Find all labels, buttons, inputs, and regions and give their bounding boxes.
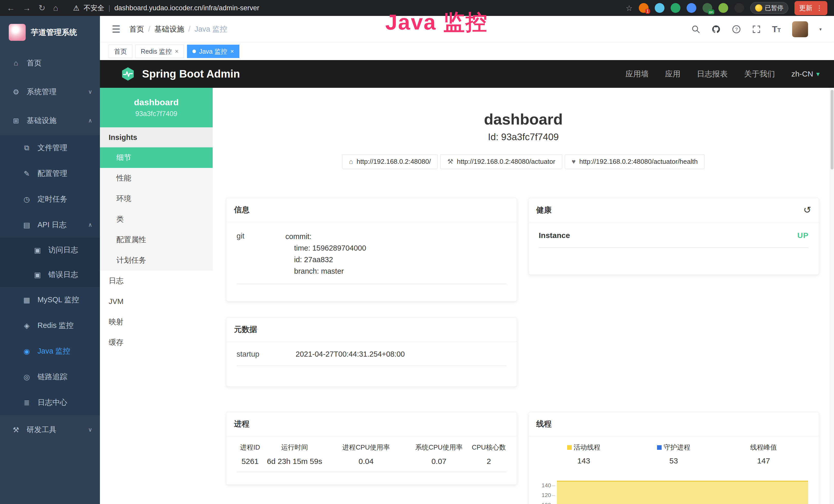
sidebar-item-mysql-monitor[interactable]: ▦ MySQL 监控 [0,287,100,313]
hamburger-icon[interactable]: ☰ [112,24,120,35]
sidebar-item-scheduled-tasks[interactable]: ◷ 定时任务 [0,186,100,212]
sidebar-item-classes[interactable]: 类 [100,209,213,230]
svg-text:?: ? [735,27,738,32]
on-badge: on [708,9,714,15]
sidebar-item-performance[interactable]: 性能 [100,168,213,188]
extension-icon-3[interactable] [671,3,680,13]
sidebar-item-java-monitor[interactable]: ◉ Java 监控 [0,338,100,364]
breadcrumb-home[interactable]: 首页 [129,24,144,35]
breadcrumb-infrastructure[interactable]: 基础设施 [154,24,184,35]
extension-icon-6[interactable] [719,3,728,13]
sidebar-item-mappings[interactable]: 映射 [100,312,213,332]
close-icon[interactable]: × [175,48,178,55]
service-url-link[interactable]: ⌂ http://192.168.0.2:48080/ [342,154,438,169]
wrench-icon: ⚒ [447,158,453,166]
extension-icon-1[interactable]: 1 [639,3,649,13]
user-avatar[interactable] [792,21,808,37]
left-column: 信息 git commit: time: 1596289704000 id: 2… [226,198,517,485]
sidebar-item-system-management[interactable]: ⚙ 系统管理 ∨ [0,77,100,106]
health-card: 健康 ↺ Instance UP [528,198,819,275]
help-icon[interactable]: ? [732,25,741,33]
scrollbar-thumb[interactable] [831,90,833,169]
sidebar-item-access-logs[interactable]: ▣ 访问日志 [0,238,100,262]
font-size-icon[interactable]: TT [772,24,781,34]
extension-icon-7[interactable] [734,3,744,13]
close-icon[interactable]: × [231,48,234,55]
status-badge: UP [797,231,809,240]
database-icon: ▦ [22,296,32,304]
sba-brand[interactable]: Spring Boot Admin [120,67,240,82]
extension-icon-4[interactable] [686,3,696,13]
info-card: 信息 git commit: time: 1596289704000 id: 2… [226,198,517,301]
warning-icon: ⚠ [73,4,79,12]
instance-sidebar: dashboard 93a3fc7f7409 Insights 细节 性能 环境… [100,88,213,504]
instance-header[interactable]: dashboard 93a3fc7f7409 [100,88,213,127]
sidebar-item-redis-monitor[interactable]: ◈ Redis 监控 [0,313,100,338]
nav-applications[interactable]: 应用 [665,69,680,79]
bookmark-star-icon[interactable]: ☆ [626,4,633,13]
sidebar-item-details[interactable]: 细节 [100,147,213,168]
health-instance-row[interactable]: Instance UP [539,231,809,248]
sidebar-item-dev-tools[interactable]: ⚒ 研发工具 ∨ [0,415,100,444]
chevron-up-icon: ∧ [88,222,92,228]
search-icon[interactable] [692,25,700,33]
heart-icon: ♥ [572,158,576,166]
reload-icon[interactable]: ↻ [39,4,45,12]
right-column: 健康 ↺ Instance UP 线程 [528,198,819,504]
instance-label: Instance [539,231,570,240]
threads-legend: 活动线程 143 守护进程 53 线程峰值 14 [539,443,809,465]
sidebar-item-environment[interactable]: 环境 [100,188,213,209]
sidebar-item-api-logs[interactable]: ▤ API 日志 ∧ [0,212,100,238]
sba-logo-icon [120,67,135,82]
nav-journal[interactable]: 日志报表 [697,69,728,79]
sidebar-item-error-logs[interactable]: ▣ 错误日志 [0,262,100,287]
fullscreen-icon[interactable] [752,25,761,33]
tab-home[interactable]: 首页 [109,45,132,58]
sidebar-item-home[interactable]: ⌂ 首页 [0,49,100,77]
nav-applications-wall[interactable]: 应用墙 [626,69,649,79]
sidebar-item-caches[interactable]: 缓存 [100,332,213,353]
extension-icon-5[interactable]: on [702,3,712,13]
sidebar-item-config-props[interactable]: 配置属性 [100,230,213,250]
history-icon[interactable]: ↺ [804,205,811,215]
metadata-card-title: 元数据 [226,318,517,342]
address-bar[interactable]: ⚠ 不安全 | dashboard.yudao.iocoder.cn/infra… [73,3,259,13]
sidebar-item-log-center[interactable]: ≣ 日志中心 [0,390,100,415]
sidebar-item-config-management[interactable]: ✎ 配置管理 [0,161,100,186]
nav-about[interactable]: 关于我们 [744,69,775,79]
content-column: ☰ 首页 / 基础设施 / Java 监控 ? [100,16,834,504]
log-center-icon: ≣ [22,398,32,407]
sidebar-item-jvm[interactable]: JVM [100,291,213,312]
actuator-url-link[interactable]: ⚒ http://192.168.0.2:48080/actuator [440,154,562,169]
kebab-menu-icon[interactable]: ⋮ [816,4,823,12]
sidebar-item-scheduled[interactable]: 计划任务 [100,250,213,271]
language-select[interactable]: zh-CN ▾ [791,70,820,78]
trace-icon: ◎ [22,373,32,381]
sidebar-item-logs[interactable]: 日志 [100,271,213,291]
info-row-git: git commit: time: 1596289704000 id: 27aa… [237,231,506,284]
avatar-caret-icon[interactable]: ▾ [819,26,822,32]
home-icon[interactable]: ⌂ [53,4,58,12]
paused-label: 已暂停 [765,4,784,12]
java-monitor-icon: ◉ [22,347,32,356]
update-button[interactable]: 更新 ⋮ [794,1,827,15]
scrollbar[interactable] [830,88,834,504]
info-card-title: 信息 [226,198,517,222]
forward-icon[interactable]: → [23,4,31,12]
sidebar-item-file-management[interactable]: ⧉ 文件管理 [0,135,100,161]
back-icon[interactable]: ← [7,4,15,12]
github-icon[interactable] [711,25,721,34]
extension-icon-2[interactable] [655,3,664,13]
paused-pill[interactable]: 已暂停 [750,2,788,14]
yellow-legend-swatch [567,445,572,450]
annotation-text: Java 监控 [385,8,488,37]
legend-live-threads: 活动线程 143 [539,443,629,465]
tab-redis-monitor[interactable]: Redis 监控 × [135,45,184,58]
app-window: 芋道管理系统 ⌂ 首页 ⚙ 系统管理 ∨ ⊞ 基础设施 ∧ ⧉ 文件管理 ✎ 配… [0,16,834,504]
sidebar-item-infrastructure[interactable]: ⊞ 基础设施 ∧ [0,106,100,135]
health-url-link[interactable]: ♥ http://192.168.0.2:48080/actuator/heal… [565,154,705,169]
api-log-icon: ▤ [22,221,32,229]
tab-java-monitor[interactable]: Java 监控 × [187,45,239,58]
sidebar-item-tracing[interactable]: ◎ 链路追踪 [0,364,100,390]
tab-bar: 首页 Redis 监控 × Java 监控 × [100,43,834,60]
